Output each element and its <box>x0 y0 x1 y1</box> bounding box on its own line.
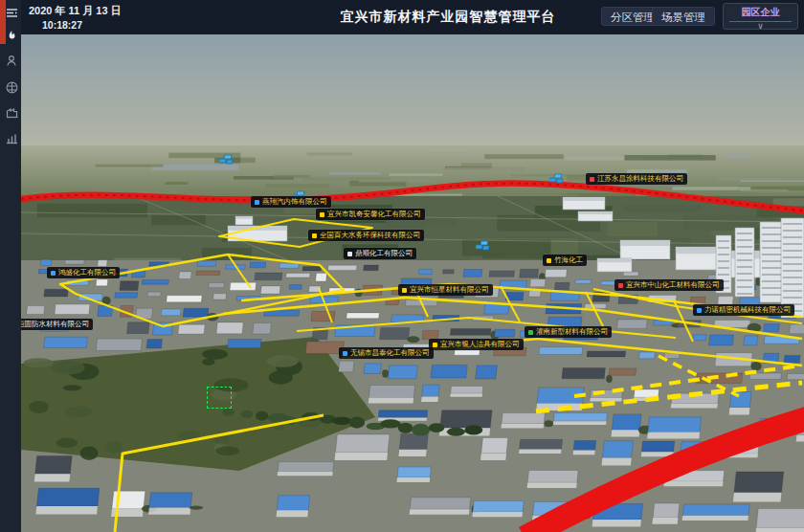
company-name: 竹海化工 <box>554 255 583 265</box>
company-marker-icon <box>590 177 594 182</box>
flame-icon <box>5 28 21 42</box>
person-icon <box>5 54 21 68</box>
company-marker-icon <box>255 200 259 205</box>
current-date: 2020 年 11 月 13 日 <box>29 4 122 18</box>
company-marker-icon <box>312 233 317 238</box>
company-marker-icon <box>618 283 623 288</box>
app-window: 燕翔汽内饰有限公司宜兴市凯奇安馨化工有限公司全国百大水务环保科技有限公司鼎顺化工… <box>0 0 804 532</box>
company-name: 燕翔汽内饰有限公司 <box>262 197 327 207</box>
company-name: 宜兴市恒星材料有限公司 <box>410 285 489 295</box>
map-3d-view[interactable]: 燕翔汽内饰有限公司宜兴市凯奇安馨化工有限公司全国百大水务环保科技有限公司鼎顺化工… <box>21 34 804 532</box>
menu-icon <box>5 6 21 20</box>
company-marker-icon <box>547 258 551 263</box>
park-enterprise-dropdown[interactable]: 园区企业 ∨ <box>723 3 798 30</box>
company-name: 宜兴市中山化工材料有限公司 <box>626 280 720 290</box>
page-title: 宜兴市新材料产业园智慧管理平台 <box>341 9 556 26</box>
top-bar: 2020 年 11 月 13 日 10:18:27 宜兴市新材料产业园智慧管理平… <box>0 0 804 34</box>
bar-chart-icon <box>5 131 21 145</box>
company-marker-icon <box>528 330 533 335</box>
map-label[interactable]: 宜兴市中山化工材料有限公司 <box>614 279 724 291</box>
blue-3d-marker-icon[interactable] <box>476 237 491 255</box>
blue-3d-marker-icon[interactable] <box>549 170 565 188</box>
current-time: 10:18:27 <box>42 19 82 31</box>
company-marker-icon <box>402 288 407 293</box>
map-label[interactable]: 无锡市昌泰化工有限公司 <box>339 347 434 359</box>
sidebar-item-person[interactable] <box>5 54 21 70</box>
sidebar-item-fire[interactable] <box>5 28 21 44</box>
company-name: 宜兴市凯奇安馨化工有限公司 <box>327 210 421 219</box>
company-marker-icon <box>433 343 437 347</box>
blue-3d-marker-icon[interactable] <box>219 151 234 168</box>
map-label[interactable]: 江苏永昌涂料科技有限公司 <box>586 173 687 185</box>
factory-icon <box>5 105 21 120</box>
map-label[interactable]: 力诺精密机械科技有限公司 <box>693 304 794 316</box>
sidebar-item-factory[interactable] <box>5 105 21 122</box>
company-name: 宜兴市银人洁具有限公司 <box>440 340 520 349</box>
company-name: 鼎顺化工有限公司 <box>355 249 413 258</box>
map-selection-box <box>207 387 232 409</box>
map-label[interactable]: 灌南新型材料有限公司 <box>525 326 612 338</box>
company-name: 力诺精密机械科技有限公司 <box>704 305 791 315</box>
map-label[interactable]: 宜兴市凯奇安馨化工有限公司 <box>316 209 425 220</box>
sidebar-item-globe[interactable] <box>5 80 21 97</box>
map-label[interactable]: 宜兴市恒星材料有限公司 <box>398 284 493 296</box>
map-label[interactable]: 竹海化工 <box>543 255 587 266</box>
company-marker-icon <box>343 351 347 356</box>
map-label[interactable]: 宜兴市银人洁具有限公司 <box>429 339 524 350</box>
dropdown-label: 园区企业 <box>724 6 797 19</box>
company-name: 鸿盛化工有限公司 <box>58 268 116 277</box>
globe-icon <box>5 80 21 95</box>
company-name: 全国百大水务环保科技有限公司 <box>320 231 420 240</box>
company-marker-icon <box>320 212 324 217</box>
company-name: 恒固防水材料有限公司 <box>21 320 89 329</box>
sidebar-item-stats[interactable] <box>5 131 21 147</box>
company-name: 无锡市昌泰化工有限公司 <box>350 348 430 358</box>
sidebar-item-menu[interactable] <box>5 6 21 22</box>
company-marker-icon <box>51 271 56 276</box>
map-label[interactable]: 全国百大水务环保科技有限公司 <box>308 230 424 241</box>
map-label[interactable]: 鸿盛化工有限公司 <box>47 267 120 278</box>
map-label[interactable]: 鼎顺化工有限公司 <box>344 248 416 259</box>
scene-management-button[interactable]: 场景管理 <box>652 7 715 26</box>
company-name: 灌南新型材料有限公司 <box>536 327 608 337</box>
map-label[interactable]: 燕翔汽内饰有限公司 <box>251 196 331 208</box>
map-label[interactable]: 恒固防水材料有限公司 <box>21 319 93 330</box>
company-marker-icon <box>697 308 702 313</box>
company-name: 江苏永昌涂料科技有限公司 <box>597 174 683 184</box>
chevron-down-icon: ∨ <box>724 22 797 31</box>
company-marker-icon <box>347 252 352 256</box>
left-toolbar <box>0 0 21 532</box>
